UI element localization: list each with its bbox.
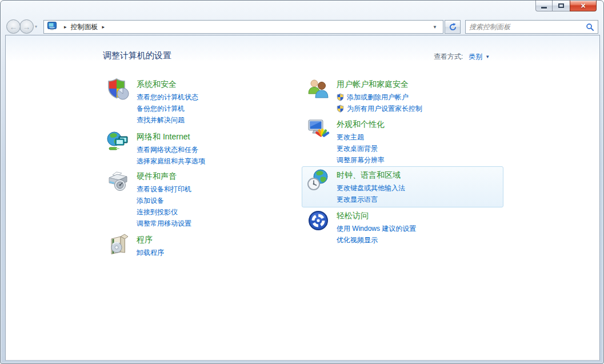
link-add-remove-accounts[interactable]: 添加或删除用户帐户 [347,91,409,103]
link-find-fix-problems[interactable]: 查找并解决问题 [137,114,293,126]
control-panel-window: × ← → ▾ ▸ 控制面板 ▸ ▼ [0,0,604,364]
link-change-theme[interactable]: 更改主题 [337,131,499,143]
link-optimize-visual-display[interactable]: 优化视频显示 [337,234,499,246]
category-title-appearance[interactable]: 外观和个性化 [337,118,499,130]
category-appearance: 外观和个性化 更改主题 更改桌面背景 调整屏幕分辨率 [302,117,503,167]
category-title-clock-language-region[interactable]: 时钟、语言和区域 [337,169,498,181]
category-title-hardware-sound[interactable]: 硬件和声音 [137,170,293,182]
system-security-icon[interactable] [107,78,130,101]
recent-pages-dropdown[interactable]: ▾ [35,24,37,29]
category-system-security: 系统和安全 查看您的计算机状态 备份您的计算机 查找并解决问题 [102,77,298,127]
link-homegroup-sharing[interactable]: 选择家庭组和共享选项 [137,155,293,167]
ease-of-access-icon[interactable] [307,209,330,232]
link-adjust-screen-resolution[interactable]: 调整屏幕分辨率 [337,154,499,166]
back-icon: ← [10,23,18,31]
hardware-sound-icon[interactable] [107,170,130,193]
breadcrumb-control-panel[interactable]: 控制面板 [71,22,98,32]
link-change-keyboards-input[interactable]: 更改键盘或其他输入法 [337,182,498,194]
category-ease-of-access: 轻松访问 使用 Windows 建议的设置 优化视频显示 [302,208,503,247]
category-clock-language-region: 时钟、语言和区域 更改键盘或其他输入法 更改显示语言 [302,166,503,207]
link-change-desktop-background[interactable]: 更改桌面背景 [337,143,499,154]
search-icon [586,23,594,31]
address-dropdown-icon[interactable]: ▼ [430,22,439,32]
close-icon: × [581,1,585,10]
category-hardware-sound: 硬件和声音 查看设备和打印机 添加设备 连接到投影仪 调整常用移动设置 [102,169,298,230]
close-button[interactable]: × [570,1,597,11]
category-user-accounts: 用户帐户和家庭安全 添加或删除用户帐户 [302,77,503,115]
view-by-value[interactable]: 类别 [469,52,482,62]
category-column-right: 用户帐户和家庭安全 添加或删除用户帐户 [302,77,503,247]
category-title-ease-of-access[interactable]: 轻松访问 [337,209,499,222]
breadcrumb-arrow-icon[interactable]: ▸ [64,24,67,30]
category-title-user-accounts[interactable]: 用户帐户和家庭安全 [337,78,499,90]
forward-button[interactable]: → [19,19,34,34]
category-title-programs[interactable]: 程序 [137,233,293,246]
category-title-network-internet[interactable]: 网络和 Internet [137,130,293,143]
address-bar[interactable]: ▸ 控制面板 ▸ ▼ [43,20,443,34]
view-by-control: 查看方式: 类别 ▼ [434,52,490,62]
maximize-icon [558,3,564,8]
link-backup-computer[interactable]: 备份您的计算机 [137,103,293,114]
breadcrumb-arrow-icon[interactable]: ▸ [102,24,105,30]
category-title-system-security[interactable]: 系统和安全 [137,78,293,90]
clock-language-region-icon[interactable] [307,169,330,191]
page-title: 调整计算机的设置 [103,50,171,61]
uac-shield-icon [337,105,344,113]
window-controls: × [535,1,597,11]
refresh-button[interactable] [445,20,461,34]
link-add-device[interactable]: 添加设备 [137,195,293,206]
minimize-icon [541,7,547,9]
link-mobility-settings[interactable]: 调整常用移动设置 [137,218,293,229]
refresh-icon [449,23,457,31]
view-by-dropdown-icon[interactable]: ▼ [485,54,490,59]
user-accounts-icon[interactable] [307,78,330,101]
category-network-internet: 网络和 Internet 查看网络状态和任务 选择家庭组和共享选项 [102,129,298,168]
network-internet-icon[interactable] [107,130,130,153]
content-area: 调整计算机的设置 查看方式: 类别 ▼ [5,35,600,361]
link-connect-projector[interactable]: 连接到投影仪 [137,206,293,218]
link-parental-controls[interactable]: 为所有用户设置家长控制 [347,103,422,114]
category-column-left: 系统和安全 查看您的计算机状态 备份您的计算机 查找并解决问题 [102,77,298,259]
minimize-button[interactable] [535,1,553,11]
uac-shield-icon [337,93,344,101]
appearance-personalization-icon[interactable] [307,118,330,141]
view-by-label: 查看方式: [434,52,463,62]
link-change-display-language[interactable]: 更改显示语言 [337,194,498,205]
programs-icon[interactable] [107,233,130,256]
link-devices-printers[interactable]: 查看设备和打印机 [137,183,293,195]
forward-icon: → [23,23,31,31]
navigation-bar: ← → ▾ ▸ 控制面板 ▸ ▼ [1,19,604,34]
control-panel-icon [47,22,57,33]
back-button[interactable]: ← [6,19,21,34]
link-suggested-settings[interactable]: 使用 Windows 建议的设置 [337,223,499,234]
link-review-computer-status[interactable]: 查看您的计算机状态 [137,91,293,103]
link-network-status-tasks[interactable]: 查看网络状态和任务 [137,144,293,155]
search-box [465,20,598,34]
maximize-button[interactable] [553,1,570,11]
category-programs: 程序 卸载程序 [102,232,298,259]
search-input[interactable] [469,23,586,31]
link-uninstall-program[interactable]: 卸载程序 [137,247,293,258]
